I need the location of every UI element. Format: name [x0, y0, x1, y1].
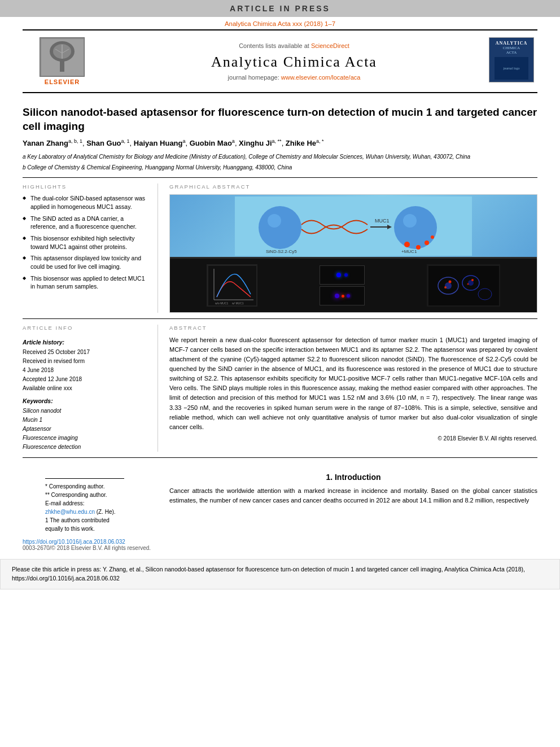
article-body: Silicon nanodot-based aptasensor for flu… [23, 93, 537, 469]
footnote-email-link[interactable]: zhkhe@whu.edu.cn [45, 509, 95, 515]
issn-line: 0003-2670/© 2018 Elsevier B.V. All right… [23, 545, 158, 551]
citation-bar: Please cite this article in press as: Y.… [0, 559, 560, 589]
svg-point-13 [394, 206, 437, 249]
highlights-graphical-row: HIGHLIGHTS The dual-color SiND-based apt… [23, 184, 537, 313]
journal-logo-right: ANALYTICA CHIMICA ACTA journal logo [487, 35, 537, 88]
introduction-text: Cancer attracts the worldwide attention … [169, 486, 537, 505]
article-in-press-banner: ARTICLE IN PRESS [0, 0, 560, 17]
svg-text:w/ MUC1: w/ MUC1 [232, 302, 244, 305]
journal-center: Contents lists available at ScienceDirec… [102, 35, 487, 88]
keyword-5: Fluorescence detection [23, 443, 150, 452]
graph-top-panel: MUC1 SiND-S2.2-Cy5 +MUC1 [170, 195, 537, 257]
abstract-text: We report herein a new dual-color fluore… [169, 335, 537, 431]
received-revised-label: Received in revised form [23, 357, 150, 366]
graph-bottom-panel: w/o MUC1 w/ MUC1 [170, 259, 537, 312]
highlights-col: HIGHLIGHTS The dual-color SiND-based apt… [23, 184, 158, 313]
highlight-item-1: The dual-color SiND-based aptasensor was… [23, 194, 150, 211]
article-info-header: ARTICLE INFO [23, 325, 150, 331]
homepage-url[interactable]: www.elsevier.com/locate/aca [281, 74, 361, 81]
svg-rect-2 [60, 60, 64, 72]
available-online: Available online xxx [23, 384, 150, 393]
keyword-2: Mucin 1 [23, 416, 150, 425]
article-title: Silicon nanodot-based aptasensor for flu… [23, 106, 537, 133]
svg-text:+MUC1: +MUC1 [401, 249, 417, 254]
introduction-section: * Corresponding author. ** Corresponding… [23, 473, 537, 551]
svg-text:SiND-S2.2-Cy5: SiND-S2.2-Cy5 [266, 249, 297, 254]
article-info-col: ARTICLE INFO Article history: Received 2… [23, 325, 158, 452]
elsevier-logo: ELSEVIER [40, 37, 85, 85]
copyright-line: © 2018 Elsevier B.V. All rights reserved… [169, 435, 537, 442]
svg-point-18 [431, 235, 434, 239]
highlight-item-2: The SiND acted as a DNA carrier, a refer… [23, 215, 150, 231]
journal-header: ELSEVIER Contents lists available at Sci… [23, 29, 537, 93]
graphical-abstract-header: GRAPHICAL ABSTRACT [169, 184, 537, 190]
cell-image [427, 264, 500, 307]
elsevier-logo-area: ELSEVIER [23, 35, 102, 88]
highlight-item-4: This aptasensor displayed low toxicity a… [23, 254, 150, 270]
history-label: Article history: [23, 339, 150, 346]
keyword-4: Fluorescence imaging [23, 434, 150, 443]
keywords-section: Keywords: Silicon nanodot Mucin 1 Aptase… [23, 397, 150, 452]
svg-point-35 [467, 283, 469, 285]
sciencedirect-label: Contents lists available at ScienceDirec… [239, 42, 349, 49]
intro-right-col: 1. Introduction Cancer attracts the worl… [169, 473, 537, 551]
elsevier-tree-icon [40, 37, 85, 77]
abstract-col: ABSTRACT We report herein a new dual-col… [169, 325, 537, 452]
journal-title: Analytica Chimica Acta [211, 54, 377, 71]
article-info-content: Article history: Received 25 October 201… [23, 339, 150, 393]
affiliation-b: b College of Chemistry & Chemical Engine… [23, 163, 537, 172]
footnote-corresponding1: * Corresponding author. [45, 482, 124, 491]
elsevier-text: ELSEVIER [45, 78, 80, 85]
sciencedirect-link[interactable]: ScienceDirect [311, 42, 349, 49]
highlight-item-5: This biosensor was applied to detect MUC… [23, 274, 150, 291]
received-date: Received 25 October 2017 [23, 348, 150, 357]
section-divider-3 [23, 457, 537, 458]
journal-reference: Analytica Chimica Acta xxx (2018) 1–7 [0, 17, 560, 29]
keyword-1: Silicon nanodot [23, 407, 150, 416]
svg-point-14 [403, 214, 417, 228]
svg-point-15 [404, 242, 410, 247]
svg-point-32 [448, 280, 451, 283]
footnote-email: E-mail address: zhkhe@whu.edu.cn (Z. He)… [45, 499, 124, 516]
doi-url[interactable]: https://doi.org/10.1016/j.aca.2018.06.03… [23, 539, 158, 545]
footnotes: * Corresponding author. ** Corresponding… [45, 478, 124, 533]
section-divider-2 [23, 318, 537, 319]
svg-point-34 [471, 279, 474, 281]
intro-two-col: * Corresponding author. ** Corresponding… [23, 473, 537, 551]
accepted-date: Accepted 12 June 2018 [23, 375, 150, 384]
svg-rect-26 [428, 266, 499, 305]
svg-point-33 [444, 286, 447, 289]
footnote-equal: 1 The authors contributed equally to thi… [45, 516, 124, 533]
svg-point-9 [268, 214, 281, 228]
svg-point-17 [425, 241, 429, 245]
keywords-label: Keywords: [23, 397, 150, 404]
footnote-corresponding2: ** Corresponding author. [45, 491, 124, 499]
svg-text:MUC1: MUC1 [375, 218, 390, 224]
highlights-header: HIGHLIGHTS [23, 184, 150, 190]
abstract-header: ABSTRACT [169, 325, 537, 331]
affiliation-a: a Key Laboratory of Analytical Chemistry… [23, 152, 537, 161]
svg-text:w/o MUC1: w/o MUC1 [215, 302, 229, 305]
journal-homepage: journal homepage: www.elsevier.com/locat… [228, 74, 361, 81]
keyword-3: Aptasensor [23, 425, 150, 434]
graphical-abstract-image: MUC1 SiND-S2.2-Cy5 +MUC1 [169, 194, 537, 313]
svg-point-8 [259, 206, 301, 249]
intro-left-col: * Corresponding author. ** Corresponding… [23, 473, 158, 551]
info-abstract-row: ARTICLE INFO Article history: Received 2… [23, 325, 537, 452]
journal-logo-box: ANALYTICA CHIMICA ACTA journal logo [489, 37, 534, 82]
graphical-abstract-col: GRAPHICAL ABSTRACT [169, 184, 537, 313]
doi-link-area: https://doi.org/10.1016/j.aca.2018.06.03… [23, 539, 158, 551]
section-divider-1 [23, 177, 537, 178]
spectral-graph: w/o MUC1 w/ MUC1 [207, 264, 257, 307]
authors-line: Yanan Zhanga, b, 1, Shan Guoa, 1, Haiyan… [23, 138, 537, 149]
introduction-header: 1. Introduction [169, 473, 537, 482]
highlight-item-3: This biosensor exhibited high selectivit… [23, 234, 150, 251]
revised-date: 4 June 2018 [23, 366, 150, 375]
